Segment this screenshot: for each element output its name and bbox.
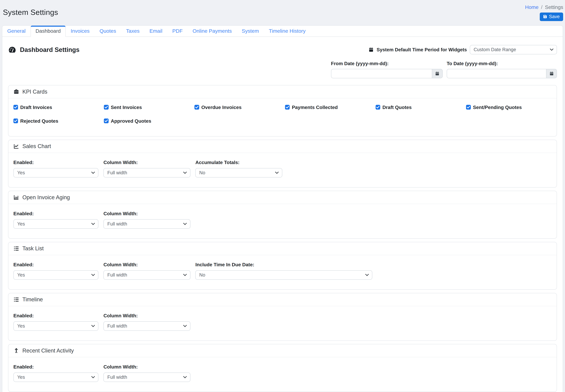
recent-client-activity-enabled-select[interactable]: Yes xyxy=(14,373,99,382)
sales-chart-accumulate-totals-field: Accumulate Totals: No xyxy=(195,160,282,178)
open-invoice-aging-column-width-select[interactable]: Full width xyxy=(103,219,190,229)
time-period-select[interactable]: Custom Date Range xyxy=(470,45,557,54)
recent-client-activity-body: Enabled: Yes Column Width: Full width xyxy=(8,357,557,392)
task-list-enabled-field: Enabled: Yes xyxy=(14,262,99,280)
breadcrumb-current: Settings xyxy=(545,4,563,10)
open-invoice-aging-title: Open Invoice Aging xyxy=(22,194,70,200)
calendar-icon xyxy=(435,71,439,76)
kpi-checkbox-payments-collected[interactable]: Payments Collected xyxy=(285,105,371,110)
recent-client-activity-header: Recent Client Activity xyxy=(8,344,557,357)
open-invoice-aging-enabled-select[interactable]: Yes xyxy=(14,219,99,229)
dashboard-tab-panel: Dashboard Settings System Default Time P… xyxy=(2,45,563,392)
checkbox-checked-icon xyxy=(194,105,199,110)
kpi-checkbox-rejected-quotes[interactable]: Rejected Quotes xyxy=(14,118,99,124)
checkbox-checked-icon xyxy=(104,105,108,110)
task-list-column-width-field: Column Width: Full width xyxy=(103,262,190,280)
settings-page: System Settings Home / Settings Save Gen… xyxy=(0,0,565,392)
tab-timeline-history[interactable]: Timeline History xyxy=(264,26,311,37)
time-period-selected-value: Custom Date Range xyxy=(474,47,516,52)
sales-chart-title: Sales Chart xyxy=(22,143,51,149)
sales-chart-card: Sales Chart Enabled: Yes xyxy=(8,140,557,188)
chevron-down-icon xyxy=(183,223,187,225)
chevron-down-icon xyxy=(183,376,187,378)
tab-invoices[interactable]: Invoices xyxy=(66,26,94,37)
widget-settings-cards: KPI Cards Draft Invoices Sent Invoices xyxy=(8,85,557,392)
timeline-enabled-select[interactable]: Yes xyxy=(14,321,99,331)
to-date-input-group xyxy=(447,69,557,78)
from-date-input[interactable] xyxy=(331,69,432,78)
kpi-checkbox-draft-quotes[interactable]: Draft Quotes xyxy=(376,105,461,110)
timeline-title: Timeline xyxy=(22,296,43,303)
from-date-input-group xyxy=(331,69,443,78)
sales-chart-enabled-select[interactable]: Yes xyxy=(14,168,99,178)
sales-chart-column-width-field: Column Width: Full width xyxy=(103,160,190,178)
kpi-checkbox-overdue-invoices[interactable]: Overdue Invoices xyxy=(194,105,280,110)
tab-system[interactable]: System xyxy=(237,26,264,37)
floppy-disk-icon xyxy=(543,14,547,19)
header-right: Home / Settings Save xyxy=(525,3,563,21)
chart-column-icon xyxy=(14,195,19,200)
task-list-include-time-select[interactable]: No xyxy=(195,270,372,280)
timeline-card: Timeline Enabled: Yes xyxy=(8,293,557,341)
sales-chart-body: Enabled: Yes Column Width: Full width xyxy=(8,153,557,187)
sales-chart-column-width-select[interactable]: Full width xyxy=(103,168,190,178)
to-date-calendar-button[interactable] xyxy=(546,69,557,78)
sales-chart-accumulate-totals-select[interactable]: No xyxy=(195,168,282,178)
timeline-body: Enabled: Yes Column Width: Full width xyxy=(8,306,557,340)
timeline-column-width-select[interactable]: Full width xyxy=(103,321,190,331)
chevron-down-icon xyxy=(275,172,279,174)
checkbox-checked-icon xyxy=(285,105,290,110)
kpi-cards-body: Draft Invoices Sent Invoices Overdue Inv… xyxy=(8,98,557,136)
kpi-cards-title: KPI Cards xyxy=(22,89,47,95)
page-title: System Settings xyxy=(3,8,58,17)
kpi-checkbox-approved-quotes[interactable]: Approved Quotes xyxy=(104,118,189,124)
tab-general[interactable]: General xyxy=(2,26,30,37)
to-date-input[interactable] xyxy=(447,69,546,78)
recent-client-activity-card: Recent Client Activity Enabled: Yes xyxy=(8,344,557,392)
from-date-calendar-button[interactable] xyxy=(432,69,443,78)
kpi-checkbox-draft-invoices[interactable]: Draft Invoices xyxy=(14,105,99,110)
recent-client-activity-title: Recent Client Activity xyxy=(22,348,74,354)
chevron-down-icon xyxy=(183,172,187,174)
task-list-title: Task List xyxy=(22,245,44,252)
chevron-down-icon xyxy=(91,172,95,174)
task-list-enabled-select[interactable]: Yes xyxy=(14,270,99,280)
tab-online-payments[interactable]: Online Payments xyxy=(188,26,237,37)
timeline-enabled-field: Enabled: Yes xyxy=(14,313,99,331)
tab-quotes[interactable]: Quotes xyxy=(94,26,121,37)
tab-pdf[interactable]: PDF xyxy=(167,26,188,37)
tab-email[interactable]: Email xyxy=(145,26,167,37)
kpi-checkbox-sent-invoices[interactable]: Sent Invoices xyxy=(104,105,189,110)
open-invoice-aging-column-width-field: Column Width: Full width xyxy=(103,211,190,229)
breadcrumb: Home / Settings xyxy=(525,3,563,10)
recent-client-activity-column-width-select[interactable]: Full width xyxy=(103,373,190,382)
checkbox-checked-icon xyxy=(466,105,471,110)
save-button-label: Save xyxy=(549,14,560,19)
tab-dashboard[interactable]: Dashboard xyxy=(30,26,66,37)
timeline-column-width-field: Column Width: Full width xyxy=(103,313,190,331)
chevron-down-icon xyxy=(91,376,95,378)
checkbox-checked-icon xyxy=(14,118,18,123)
time-period-label: System Default Time Period for Widgets xyxy=(377,47,467,53)
tab-taxes[interactable]: Taxes xyxy=(121,26,145,37)
settings-tabs: General Dashboard Invoices Quotes Taxes … xyxy=(2,26,563,37)
task-list-column-width-select[interactable]: Full width xyxy=(103,270,190,280)
chevron-down-icon xyxy=(91,223,95,225)
dashboard-settings-title: Dashboard Settings xyxy=(20,46,79,53)
from-date-field: From Date (yyyy-mm-dd): xyxy=(331,61,443,78)
list-icon xyxy=(14,246,19,252)
time-period-group: System Default Time Period for Widgets C… xyxy=(368,45,557,54)
breadcrumb-home-link[interactable]: Home xyxy=(525,4,538,10)
kpi-checkbox-sent-pending-quotes[interactable]: Sent/Pending Quotes xyxy=(466,105,551,110)
page-header: System Settings Home / Settings Save xyxy=(0,0,565,21)
custom-date-range-row: From Date (yyyy-mm-dd): To Date (yyyy-mm… xyxy=(8,61,557,78)
task-list-include-time-field: Include Time In Due Date: No xyxy=(195,262,372,280)
save-button[interactable]: Save xyxy=(540,13,563,21)
from-date-label: From Date (yyyy-mm-dd): xyxy=(331,61,443,66)
person-arms-up-icon xyxy=(14,348,19,353)
breadcrumb-separator: / xyxy=(541,4,542,10)
list-icon xyxy=(14,297,19,302)
tachometer-icon xyxy=(8,45,16,54)
open-invoice-aging-header: Open Invoice Aging xyxy=(8,191,557,204)
chart-line-icon xyxy=(14,143,19,149)
